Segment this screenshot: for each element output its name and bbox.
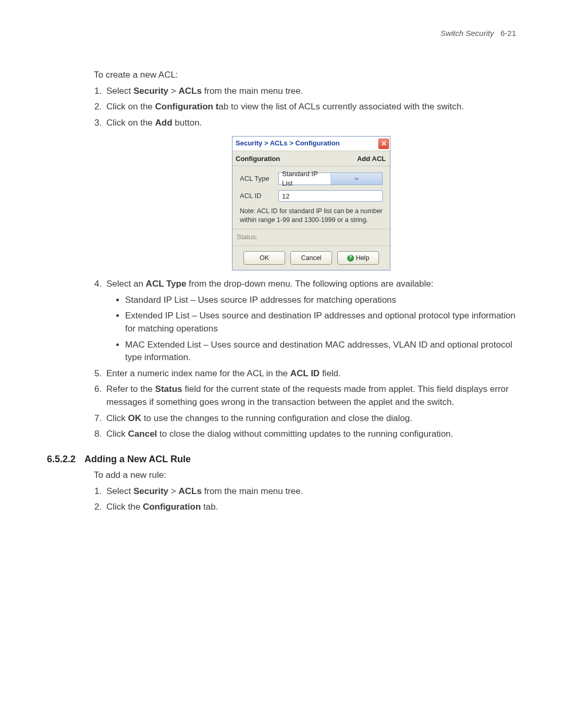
subsection-heading: 6.5.2.2Adding a New ACL Rule — [47, 452, 516, 466]
status-field: Status: — [232, 229, 390, 245]
step-6: Refer to the Status field for the curren… — [104, 383, 516, 409]
step-7: Click OK to use the changes to the runni… — [104, 412, 516, 425]
bold-acl-type: ACL Type — [146, 279, 187, 289]
ok-button[interactable]: OK — [243, 251, 285, 265]
acl-id-input[interactable] — [278, 190, 383, 202]
close-icon[interactable]: ✕ — [378, 139, 389, 149]
step-5: Enter a numeric index name for the ACL i… — [104, 367, 516, 380]
status-label: Status: — [237, 233, 258, 241]
step-1: Select Security > ACLs from the main men… — [104, 85, 516, 98]
help-icon: ? — [347, 255, 354, 262]
acl-type-options: Standard IP List – Uses source IP addres… — [125, 294, 516, 364]
row-acl-id: ACL ID — [240, 190, 383, 202]
dialog-wrap: Security > ACLs > Configuration ✕ Config… — [106, 136, 516, 270]
header-title: Switch Security — [440, 29, 494, 38]
intro-add-rule: To add a new rule: — [94, 469, 516, 482]
bold-security-2: Security — [133, 486, 168, 496]
page: Switch Security 6-21 To create a new ACL… — [0, 0, 563, 728]
page-header: Switch Security 6-21 — [47, 29, 516, 38]
bold-acls: ACLs — [178, 86, 201, 96]
dialog-subheader: Configuration Add ACL — [232, 151, 390, 167]
bold-security: Security — [133, 86, 168, 96]
row-acl-type: ACL Type Standard IP List — [240, 172, 383, 185]
subsection-number: 6.5.2.2 — [47, 452, 84, 466]
step-4: Select an ACL Type from the drop-down me… — [104, 278, 516, 364]
bold-configuration-2: Configuration — [143, 502, 201, 512]
dialog-buttons: OK Cancel ? Help — [232, 245, 390, 270]
bullet-standard: Standard IP List – Uses source IP addres… — [125, 294, 516, 307]
acl-type-label: ACL Type — [240, 174, 278, 184]
dialog-breadcrumb: Security > ACLs > Configuration — [236, 139, 340, 149]
steps-add-rule: Select Security > ACLs from the main men… — [104, 485, 516, 514]
dialog-titlebar: Security > ACLs > Configuration ✕ — [232, 137, 390, 151]
dialog-tab: Configuration — [236, 154, 280, 164]
rule-step-2: Click the Configuration tab. — [104, 501, 516, 514]
bold-configuration: Configuration t — [155, 102, 219, 112]
header-page: 6-21 — [500, 29, 516, 38]
bullet-extended: Extended IP List – Uses source and desti… — [125, 310, 516, 335]
bold-add: Add — [155, 118, 173, 128]
step-8: Click Cancel to close the dialog without… — [104, 428, 516, 441]
content: To create a new ACL: Select Security > A… — [47, 69, 516, 514]
bullet-mac: MAC Extended List – Uses source and dest… — [125, 339, 516, 364]
intro-create-acl: To create a new ACL: — [94, 69, 516, 82]
rule-step-1: Select Security > ACLs from the main men… — [104, 485, 516, 498]
bold-ok: OK — [128, 413, 142, 423]
dialog-body: ACL Type Standard IP List ACL ID — [232, 166, 390, 229]
bold-cancel: Cancel — [128, 429, 157, 439]
acl-id-note: Note: ACL ID for standard IP list can be… — [240, 207, 383, 225]
dialog-title-right: Add ACL — [357, 154, 386, 164]
subsection-title: Adding a New ACL Rule — [84, 454, 191, 464]
cancel-button[interactable]: Cancel — [290, 251, 332, 265]
steps-create-acl: Select Security > ACLs from the main men… — [104, 85, 516, 441]
step-2: Click on the Configuration tab to view t… — [104, 101, 516, 114]
bold-acls-2: ACLs — [178, 486, 201, 496]
acl-type-select[interactable]: Standard IP List — [278, 172, 383, 185]
chevron-down-icon[interactable] — [331, 173, 383, 184]
step-3: Click on the Add button. Security > ACLs… — [104, 117, 516, 270]
help-button[interactable]: ? Help — [337, 251, 379, 265]
bold-acl-id: ACL ID — [290, 368, 320, 378]
add-acl-dialog: Security > ACLs > Configuration ✕ Config… — [232, 136, 390, 270]
acl-id-label: ACL ID — [240, 191, 278, 201]
acl-type-value: Standard IP List — [279, 169, 331, 189]
bold-status: Status — [155, 384, 182, 394]
